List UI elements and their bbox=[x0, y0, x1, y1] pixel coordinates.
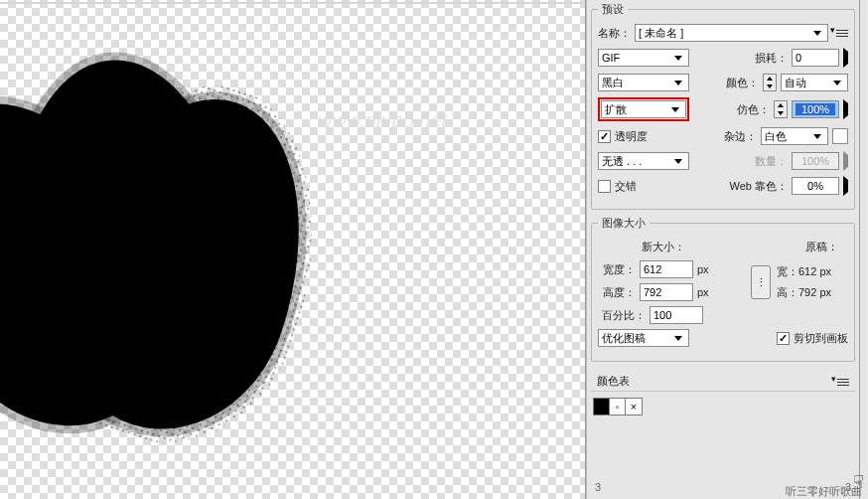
transparency-label: 透明度 bbox=[615, 129, 648, 144]
orig-label: 原稿： bbox=[805, 240, 838, 254]
websnap-slider-icon[interactable] bbox=[843, 180, 848, 192]
right-gutter bbox=[860, 0, 868, 499]
simulate-label: 仿色： bbox=[737, 102, 770, 117]
height-label: 高度： bbox=[598, 285, 636, 300]
interlace-checkbox[interactable] bbox=[598, 180, 611, 193]
notrans-dropdown[interactable]: 无透 . . . bbox=[598, 152, 689, 170]
color-swatches[interactable]: ◦ × bbox=[593, 398, 643, 416]
websnap-label: Web 靠色： bbox=[730, 179, 788, 194]
canvas-area[interactable]: www.niubb.net bbox=[0, 0, 586, 499]
imagesize-legend: 图像大小 bbox=[598, 216, 650, 231]
width-label: 宽度： bbox=[598, 262, 636, 277]
percent-label: 百分比： bbox=[598, 308, 646, 323]
swatch-black[interactable] bbox=[594, 399, 610, 415]
simulate-slider-icon[interactable] bbox=[843, 103, 848, 115]
preset-menu-icon[interactable] bbox=[832, 27, 848, 39]
dither-highlight: 扩散 bbox=[598, 97, 689, 121]
amount-label: 数量： bbox=[755, 154, 788, 169]
preset-name-dropdown[interactable]: [ 未命名 ] bbox=[635, 24, 828, 42]
colors-dropdown[interactable]: 自动 bbox=[781, 74, 848, 91]
palette-dropdown[interactable]: 黑白 bbox=[598, 74, 689, 91]
watermark: www.niubb.net bbox=[318, 109, 447, 132]
swatch-cross[interactable]: × bbox=[626, 399, 642, 415]
matte-swatch[interactable] bbox=[832, 128, 848, 144]
simulate-input[interactable] bbox=[792, 100, 839, 118]
name-label: 名称： bbox=[598, 26, 631, 41]
optimize-dropdown[interactable]: 优化图稿 bbox=[598, 329, 689, 347]
newsize-label: 新大小： bbox=[642, 240, 685, 254]
presets-legend: 预设 bbox=[598, 2, 628, 17]
credit-text: 听三零好听歌曲 bbox=[786, 484, 862, 499]
lossy-input[interactable] bbox=[792, 49, 839, 67]
link-dimensions-button[interactable]: ⋮ bbox=[751, 265, 771, 299]
matte-dropdown[interactable]: 白色 bbox=[761, 127, 828, 145]
amount-input bbox=[792, 152, 839, 170]
swatch-circle[interactable]: ◦ bbox=[610, 399, 626, 415]
colortable-menu-icon[interactable] bbox=[833, 376, 849, 388]
transparency-checkbox[interactable] bbox=[598, 130, 611, 143]
dither-dropdown[interactable]: 扩散 bbox=[601, 100, 686, 118]
interlace-label: 交错 bbox=[615, 179, 637, 194]
footer-left: 3 bbox=[595, 481, 601, 493]
simulate-spinner[interactable] bbox=[774, 100, 788, 118]
side-panel: 预设 名称： [ 未命名 ] GIF 损耗： 黑白 颜色： 自 bbox=[586, 0, 860, 499]
lossy-slider-icon[interactable] bbox=[843, 52, 848, 64]
matte-label: 杂边： bbox=[724, 129, 757, 144]
presets-group: 预设 名称： [ 未命名 ] GIF 损耗： 黑白 颜色： 自 bbox=[591, 2, 855, 210]
colors-label: 颜色： bbox=[726, 76, 759, 90]
colortable-title: 颜色表 bbox=[597, 374, 630, 389]
orig-height: 高：792 px bbox=[777, 285, 848, 300]
imagesize-group: 图像大小 新大小： 原稿： 宽度： px 高度： px bbox=[591, 216, 855, 362]
height-input[interactable] bbox=[640, 283, 693, 301]
colortable-header: 颜色表 bbox=[591, 370, 855, 392]
clip-label: 剪切到画板 bbox=[794, 331, 848, 346]
lossy-label: 损耗： bbox=[755, 51, 788, 66]
cursor-icon: ☟ bbox=[853, 471, 864, 493]
clip-checkbox[interactable] bbox=[777, 332, 790, 345]
amount-slider-icon bbox=[843, 155, 848, 167]
format-dropdown[interactable]: GIF bbox=[598, 49, 689, 67]
colors-spinner[interactable] bbox=[763, 74, 777, 91]
orig-width: 宽：612 px bbox=[777, 264, 848, 279]
width-input[interactable] bbox=[640, 260, 693, 278]
websnap-input[interactable] bbox=[792, 177, 839, 195]
percent-input[interactable] bbox=[650, 306, 703, 324]
